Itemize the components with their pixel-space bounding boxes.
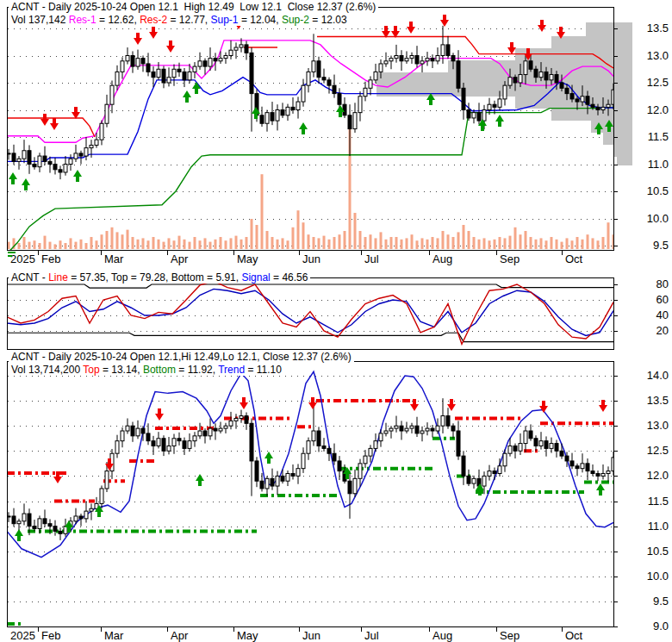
y-axis-tick-label: 10.5: [647, 184, 669, 197]
indicator-value-label: = 57.35, Top = 79.28, Bottom = 5.91,: [68, 271, 242, 284]
y-axis-tick-label: 9.5: [653, 595, 669, 608]
x-axis-month-label: May: [237, 252, 258, 265]
x-axis-year-label: 2025: [10, 252, 35, 265]
x-axis-month-label: Oct: [565, 629, 583, 642]
x-axis-month-label: Aug: [432, 629, 452, 642]
indicator-value-label: ACNT -: [11, 271, 48, 284]
y-axis-tick-label: 60: [656, 293, 669, 306]
y-axis-tick-label: 12.0: [647, 469, 669, 482]
indicator-value-label: = 12.77,: [167, 14, 210, 26]
x-axis-month-label: Sep: [500, 252, 520, 265]
panel1-x-axis: 2025FebMarAprMayJunJulAugSepOct: [10, 250, 583, 265]
indicator-value-label: Top: [83, 364, 99, 376]
x-axis-month-label: Apr: [171, 629, 189, 642]
panel1-plot-area[interactable]: [7, 7, 613, 250]
y-axis-tick-label: 14.0: [647, 369, 669, 382]
x-axis-month-label: Feb: [41, 252, 60, 265]
indicator-value-label: = 46.56: [271, 271, 308, 284]
indicator-value-label: Line: [48, 271, 68, 284]
panel3-header-line1: ACNT - Daily 2025-10-24 Open 12.1,Hi 12.…: [9, 351, 354, 363]
y-axis-tick-label: 12.0: [647, 103, 669, 116]
y-axis-tick-label: 11.5: [648, 495, 669, 508]
panel2-header: ACNT - Line = 57.35, Top = 79.28, Bottom…: [9, 271, 310, 284]
x-axis-month-label: Aug: [432, 252, 452, 265]
x-axis-year-label: 2025: [10, 629, 35, 642]
y-axis-tick-label: 11.0: [648, 158, 669, 171]
indicator-value-label: Signal: [241, 271, 270, 284]
indicator-value-label: Sup-1: [211, 14, 239, 26]
panel2-plot-area[interactable]: [7, 277, 613, 349]
panel3-y-axis: 14.013.513.012.512.011.511.010.510.09.59…: [613, 369, 669, 633]
x-axis-month-label: Mar: [104, 629, 124, 642]
x-axis-month-label: Mar: [104, 252, 124, 265]
indicator-value-label: Bottom: [143, 364, 176, 376]
y-axis-tick-label: 13.0: [647, 419, 669, 432]
y-axis-tick-label: 12.5: [647, 444, 669, 457]
x-axis-month-label: Jun: [302, 629, 320, 642]
indicator-value-label: Res-2: [140, 14, 167, 26]
y-axis-tick-label: 20: [656, 324, 669, 337]
x-axis-month-label: May: [237, 629, 258, 642]
indicator-value-label: = 11.92,: [176, 364, 218, 376]
y-axis-tick-label: 9.5: [653, 239, 669, 252]
y-axis-tick-label: 40: [656, 309, 669, 321]
chart-canvas: 13.513.012.512.011.511.010.510.09.580604…: [0, 0, 672, 642]
x-axis-month-label: Jul: [364, 629, 379, 642]
indicator-value-label: Sup-2: [282, 14, 309, 26]
indicator-value-label: = 12.04,: [239, 14, 282, 26]
chart-window: ACNT - Daily 2025-10-24 Open 12.1 High 1…: [0, 0, 672, 642]
y-axis-tick-label: 10.0: [647, 212, 669, 225]
y-axis-tick-label: 11.0: [648, 520, 669, 533]
panel2-y-axis: 80604020: [613, 277, 669, 337]
x-axis-month-label: Jul: [364, 252, 379, 265]
y-axis-tick-label: 80: [656, 277, 669, 290]
panel3-header-line2: Vol 13,714,200 Top = 13.14, Bottom = 11.…: [9, 364, 284, 376]
indicator-value-label: = 12.62,: [96, 14, 140, 26]
x-axis-month-label: Oct: [565, 252, 583, 265]
panel1-header-line1: ACNT - Daily 2025-10-24 Open 12.1 High 1…: [9, 1, 378, 13]
indicator-value-label: = 13.14,: [100, 364, 143, 376]
x-axis-month-label: Jun: [302, 252, 320, 265]
y-axis-tick-label: 13.5: [647, 22, 669, 34]
indicator-value-label: = 11.10: [245, 364, 282, 376]
indicator-value-label: = 12.03: [309, 14, 347, 26]
y-axis-tick-label: 10.5: [647, 545, 669, 558]
y-axis-tick-label: 12.5: [647, 76, 669, 89]
y-axis-tick-label: 10.0: [647, 570, 669, 583]
x-axis-month-label: Feb: [41, 629, 60, 642]
indicator-value-label: Vol 137,142: [11, 14, 69, 26]
y-axis-tick-label: 13.5: [647, 394, 669, 407]
panel1-header-line2: Vol 137,142 Res-1 = 12.62, Res-2 = 12.77…: [9, 14, 350, 26]
indicator-value-label: Trend: [218, 364, 245, 376]
x-axis-month-label: Apr: [171, 252, 189, 265]
panel3-plot-area[interactable]: [7, 361, 613, 626]
indicator-value-label: Res-1: [69, 14, 96, 26]
y-axis-tick-label: 9.0: [653, 620, 669, 633]
panel3-x-axis: 2025FebMarAprMayJunJulAugSepOct: [10, 626, 583, 642]
indicator-value-label: Vol 13,714,200: [11, 364, 83, 376]
y-axis-tick-label: 13.0: [647, 49, 669, 62]
x-axis-month-label: Sep: [500, 629, 520, 642]
y-axis-tick-label: 11.5: [648, 130, 669, 143]
